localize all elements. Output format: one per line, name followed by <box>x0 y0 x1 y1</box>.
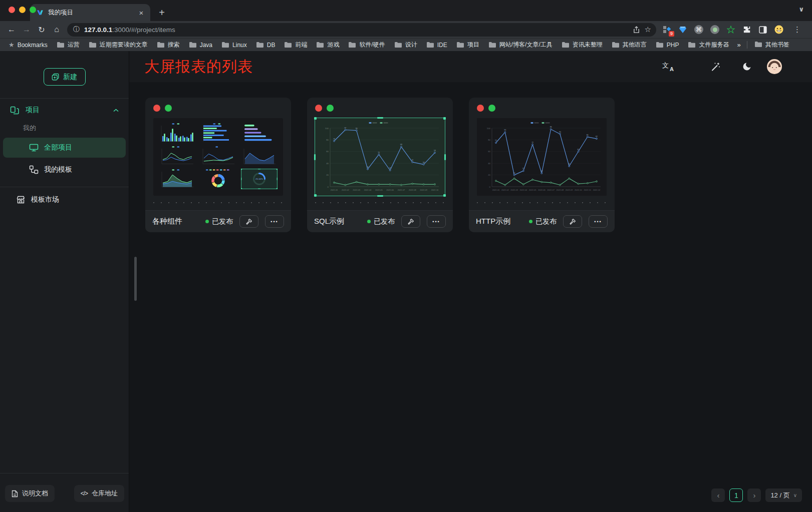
bookmark-folder[interactable]: 软件/硬件 <box>345 40 388 50</box>
recorder-extension-icon[interactable] <box>710 25 719 34</box>
bookmark-folder[interactable]: Linux <box>218 41 250 50</box>
edit-hammer-button[interactable] <box>239 215 258 228</box>
svg-text:42: 42 <box>411 159 413 161</box>
project-thumbnail[interactable]: 0204060801002022-012022-022022-032022-04… <box>315 118 445 196</box>
command-extension-icon[interactable]: ⌘ <box>694 25 703 34</box>
bookmark-folder[interactable]: 近期需要读的文章 <box>85 40 151 50</box>
bookmark-folder[interactable]: 设计 <box>391 40 421 50</box>
edit-hammer-button[interactable] <box>401 215 420 228</box>
side-panel-icon[interactable] <box>758 25 767 34</box>
browser-menu-icon[interactable]: ⋮ <box>790 25 804 34</box>
sidebar-item-my-templates[interactable]: 我的模板 <box>3 160 126 180</box>
new-tab-button[interactable]: + <box>154 5 169 20</box>
svg-text:2022-07: 2022-07 <box>547 189 555 191</box>
reload-icon[interactable]: ↻ <box>34 25 49 35</box>
chevron-up-icon[interactable] <box>113 109 119 112</box>
bookmark-folder[interactable]: IDE <box>423 41 451 50</box>
next-page-button[interactable]: › <box>747 488 761 502</box>
project-card[interactable]: 0204060801002022-012022-022022-032022-04… <box>307 98 453 232</box>
more-actions-button[interactable]: ••• <box>589 215 608 228</box>
bookmark-folder[interactable]: 运营 <box>53 40 83 50</box>
svg-text:2022-07: 2022-07 <box>398 189 405 191</box>
svg-text:60: 60 <box>488 150 490 153</box>
page-size-select[interactable]: 12 / 页 ∨ <box>765 488 802 502</box>
new-project-label: 新建 <box>63 73 77 82</box>
bookmarks-root[interactable]: ★ Bookmarks <box>5 40 51 50</box>
publish-status: 已发布 <box>205 217 233 226</box>
extensions-puzzle-icon[interactable] <box>742 25 751 34</box>
more-actions-button[interactable]: ••• <box>265 215 284 228</box>
selection-handle[interactable] <box>314 154 316 160</box>
bookmark-folder[interactable]: DB <box>252 41 279 50</box>
bookmarks-root-label: Bookmarks <box>18 42 48 49</box>
selection-handle[interactable] <box>377 117 383 119</box>
bookmark-folder[interactable]: 游戏 <box>313 40 343 50</box>
gem-extension-icon[interactable] <box>678 25 687 34</box>
edit-hammer-button[interactable] <box>563 215 582 228</box>
svg-text:78: 78 <box>333 138 335 140</box>
more-actions-button[interactable]: ••• <box>427 215 446 228</box>
magic-wand-icon[interactable] <box>710 62 721 72</box>
star-extension-icon[interactable] <box>726 25 735 34</box>
address-bar[interactable]: ⓘ 127.0.0.1:3000/#/project/items ☆ <box>67 23 656 37</box>
emoji-profile-icon[interactable] <box>774 25 783 34</box>
sidebar-item-all-projects[interactable]: 全部项目 <box>3 138 126 158</box>
selection-handle[interactable] <box>443 117 446 120</box>
status-dot <box>529 220 532 223</box>
bookmarks-overflow-icon[interactable]: » <box>734 41 743 49</box>
site-info-icon[interactable]: ⓘ <box>73 25 80 34</box>
bookmark-folder[interactable]: 文件服务器 <box>684 40 732 50</box>
maximize-window-button[interactable] <box>30 7 36 13</box>
tab-manager-extension-icon[interactable]: 9 <box>662 25 671 34</box>
selection-handle[interactable] <box>377 195 383 197</box>
svg-text:2022-05: 2022-05 <box>529 189 536 191</box>
bookmark-star-icon[interactable]: ☆ <box>645 25 651 34</box>
sidebar-item-template-market[interactable]: 模板市场 <box>0 190 129 209</box>
selection-handle[interactable] <box>444 154 446 160</box>
mini-chart-line <box>159 146 195 166</box>
dark-mode-moon-icon[interactable] <box>742 62 752 72</box>
translate-en-glyph: A <box>670 66 674 72</box>
folder-icon <box>456 42 464 48</box>
browser-tab[interactable]: 我的项目 × <box>30 4 150 21</box>
tab-search-icon[interactable]: ∨ <box>798 6 804 13</box>
bookmark-folder[interactable]: 资讯未整理 <box>558 40 606 50</box>
other-bookmarks[interactable]: 其他书签 <box>751 40 793 51</box>
bookmark-folder[interactable]: Java <box>185 41 216 50</box>
docs-button[interactable]: 说明文档 <box>5 485 55 502</box>
tab-close-icon[interactable]: × <box>137 9 146 17</box>
project-card[interactable]: 0204060801002022-012022-022022-032022-04… <box>469 98 615 232</box>
forward-icon[interactable]: → <box>19 25 34 34</box>
bookmark-folder[interactable]: 搜索 <box>153 40 183 50</box>
home-icon[interactable]: ⌂ <box>49 25 64 34</box>
sidebar-group-projects[interactable]: 项目 <box>0 100 129 121</box>
svg-text:100: 100 <box>325 127 329 130</box>
bookmark-folder-label: 其他语言 <box>623 41 647 49</box>
bookmark-folder-label: IDE <box>437 42 447 49</box>
user-avatar[interactable] <box>767 59 782 74</box>
scrollbar-thumb[interactable] <box>134 257 137 301</box>
bookmark-folder[interactable]: 网站/博客/文章/工具 <box>485 40 556 50</box>
new-project-button[interactable]: 新建 <box>44 68 86 86</box>
selection-handle[interactable] <box>314 194 317 197</box>
current-page-button[interactable]: 1 <box>729 488 743 502</box>
repo-button[interactable]: </> 仓库地址 <box>74 485 124 502</box>
prev-page-button[interactable]: ‹ <box>711 488 725 502</box>
back-icon[interactable]: ← <box>4 25 19 34</box>
bookmark-folder[interactable]: PHP <box>652 41 683 50</box>
share-icon[interactable] <box>633 26 640 34</box>
language-toggle-icon[interactable]: 文 A <box>662 61 674 72</box>
chevron-down-icon: ∨ <box>793 492 797 498</box>
browser-tab-strip: 我的项目 × + ∨ <box>0 0 812 21</box>
selection-handle[interactable] <box>314 117 317 120</box>
project-thumbnail[interactable]: 0204060801002022-012022-022022-032022-04… <box>477 118 607 196</box>
bookmark-folder[interactable]: 项目 <box>453 40 483 50</box>
bookmark-folder[interactable]: 其他语言 <box>608 40 650 50</box>
svg-text:30: 30 <box>367 166 369 168</box>
minimize-window-button[interactable] <box>19 7 26 13</box>
project-thumbnail[interactable]: 25.00% <box>153 118 283 196</box>
project-card[interactable]: 25.00% 各种组件 已发布 ••• <box>145 98 291 232</box>
close-window-button[interactable] <box>9 7 15 13</box>
bookmark-folder[interactable]: 前端 <box>281 40 311 50</box>
selection-handle[interactable] <box>443 194 446 197</box>
